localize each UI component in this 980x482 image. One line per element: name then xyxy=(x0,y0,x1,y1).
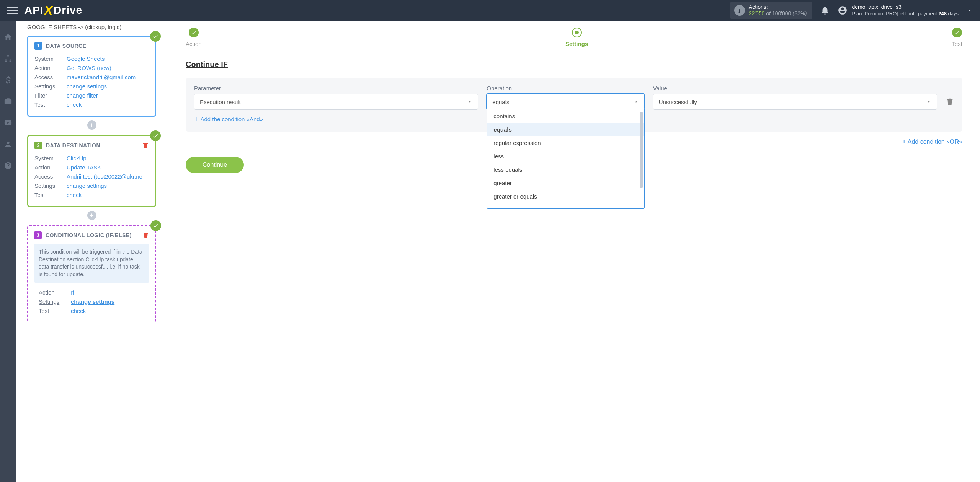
sitemap-icon[interactable] xyxy=(4,54,12,63)
info-icon: i xyxy=(734,5,745,16)
filter-box: Parameter Execution result Operation equ… xyxy=(186,78,962,132)
card-number: 1 xyxy=(34,42,42,50)
actions-of: of xyxy=(766,10,771,16)
source-filter-link[interactable]: change filter xyxy=(67,91,149,100)
menu-icon[interactable] xyxy=(7,5,18,16)
data-source-card[interactable]: 1 DATA SOURCE SystemGoogle Sheets Action… xyxy=(27,36,156,117)
card-title: DATA SOURCE xyxy=(46,43,87,49)
plan-prefix: Plan |Premium PRO| left until payment xyxy=(852,11,937,16)
plan-suffix: days xyxy=(948,11,959,16)
step-dot-done-icon xyxy=(189,28,199,37)
logo-x-icon: X xyxy=(44,3,53,18)
scrollbar[interactable] xyxy=(640,112,643,188)
card-title: CONDITIONAL LOGIC (IF/ELSE) xyxy=(46,232,132,238)
param-label: Parameter xyxy=(194,85,478,91)
value-label: Value xyxy=(653,85,937,91)
user-name: demo_apix_drive_s3 xyxy=(852,3,959,10)
dollar-icon[interactable] xyxy=(4,76,12,84)
step-line xyxy=(588,33,952,33)
dest-system[interactable]: ClickUp xyxy=(67,154,149,163)
step-test[interactable]: Test xyxy=(952,28,962,47)
card-title: DATA DESTINATION xyxy=(46,142,100,148)
logic-description: This condition will be triggered if in t… xyxy=(34,244,149,283)
left-nav xyxy=(0,21,16,482)
chevron-up-icon xyxy=(634,99,639,104)
dest-test-link[interactable]: check xyxy=(67,191,149,200)
plus-icon: + xyxy=(902,138,908,145)
plan-days: 248 xyxy=(938,11,947,16)
trash-icon[interactable] xyxy=(142,232,149,239)
card-number: 2 xyxy=(34,142,42,149)
logic-settings-link[interactable]: change settings xyxy=(71,297,145,306)
logo-api: API xyxy=(24,4,44,16)
logic-action[interactable]: If xyxy=(71,288,145,297)
dropdown-item[interactable]: equals xyxy=(487,123,644,136)
continue-button[interactable]: Continue xyxy=(186,157,244,173)
bell-icon[interactable] xyxy=(820,5,830,15)
dropdown-item[interactable]: empty xyxy=(487,203,644,209)
card-number: 3 xyxy=(34,231,42,239)
check-badge-icon xyxy=(150,220,161,231)
main-panel: Action Settings Test Continue IF xyxy=(168,21,980,482)
source-settings-link[interactable]: change settings xyxy=(67,82,149,91)
logo-drive: Drive xyxy=(54,4,82,16)
logic-test-link[interactable]: check xyxy=(71,306,145,316)
parameter-dropdown[interactable]: Execution result xyxy=(194,94,478,110)
user-block[interactable]: demo_apix_drive_s3 Plan |Premium PRO| le… xyxy=(838,3,973,17)
op-label: Operation xyxy=(487,85,644,91)
add-step-button[interactable]: + xyxy=(87,120,96,130)
section-title: Continue IF xyxy=(186,60,962,69)
dropdown-item[interactable]: less xyxy=(487,150,644,163)
source-action[interactable]: Get ROWS (new) xyxy=(67,64,149,73)
dest-settings-link[interactable]: change settings xyxy=(67,181,149,191)
actions-used: 22'050 xyxy=(749,10,765,16)
chevron-down-icon xyxy=(966,7,973,14)
logo[interactable]: API X Drive xyxy=(24,3,82,18)
trash-icon[interactable] xyxy=(142,142,149,149)
check-badge-icon xyxy=(150,130,161,141)
check-badge-icon xyxy=(150,31,161,42)
operation-dropdown-list: contains equals regular expression less … xyxy=(487,109,644,209)
value-dropdown[interactable]: Unsuccessfully xyxy=(653,94,937,110)
stepper: Action Settings Test xyxy=(186,28,962,47)
step-action[interactable]: Action xyxy=(186,28,202,47)
source-access[interactable]: maverickandrii@gmail.com xyxy=(67,73,149,82)
dropdown-item[interactable]: regular expression xyxy=(487,136,644,150)
dest-action[interactable]: Update TASK xyxy=(67,163,149,172)
dropdown-item[interactable]: less equals xyxy=(487,163,644,176)
briefcase-icon[interactable] xyxy=(4,97,12,106)
actions-label: Actions: xyxy=(749,4,807,10)
dest-access[interactable]: Andrii test (test20022@ukr.ne xyxy=(67,172,149,181)
dropdown-item[interactable]: greater or equals xyxy=(487,190,644,203)
person-icon[interactable] xyxy=(4,140,12,148)
trash-icon[interactable] xyxy=(946,98,954,106)
topbar: API X Drive i Actions: 22'050 of 100'000… xyxy=(0,0,980,21)
dropdown-item[interactable]: greater xyxy=(487,176,644,190)
youtube-icon[interactable] xyxy=(4,119,12,127)
help-icon[interactable] xyxy=(4,161,12,170)
home-icon[interactable] xyxy=(4,33,12,41)
step-line xyxy=(202,33,565,33)
user-icon xyxy=(838,5,848,15)
step-dot-done-icon xyxy=(952,28,962,37)
add-step-button[interactable]: + xyxy=(87,211,96,220)
actions-box[interactable]: i Actions: 22'050 of 100'000 (22%) xyxy=(730,2,812,19)
actions-pct: (22%) xyxy=(792,10,807,16)
operation-dropdown[interactable]: equals contains equals regular expressio… xyxy=(487,94,644,110)
step-settings[interactable]: Settings xyxy=(565,28,588,47)
step-dot-active-icon xyxy=(572,28,582,37)
chevron-down-icon xyxy=(926,99,931,104)
source-test-link[interactable]: check xyxy=(67,100,149,109)
sidebar: GOOGLE SHEETS -> (clickup, logic) 1 DATA… xyxy=(16,21,168,482)
dropdown-item[interactable]: contains xyxy=(487,109,644,123)
breadcrumb: GOOGLE SHEETS -> (clickup, logic) xyxy=(27,21,156,36)
conditional-logic-card[interactable]: 3 CONDITIONAL LOGIC (IF/ELSE) This condi… xyxy=(27,225,156,322)
chevron-down-icon xyxy=(467,99,472,104)
data-destination-card[interactable]: 2 DATA DESTINATION SystemClickUp ActionU… xyxy=(27,135,156,207)
actions-total: 100'000 xyxy=(772,10,791,16)
plus-icon: + xyxy=(194,115,198,123)
source-system[interactable]: Google Sheets xyxy=(67,54,149,64)
